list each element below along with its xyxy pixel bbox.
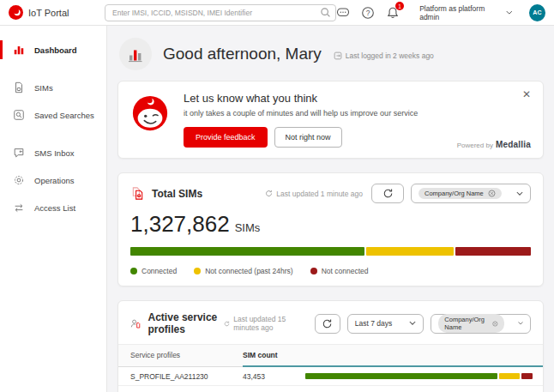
sidebar-item-label: SMS Inbox <box>34 148 74 158</box>
sidebar-item-operations[interactable]: Operations <box>0 166 106 194</box>
medallia-logo: Medallia <box>496 140 531 149</box>
refresh-button[interactable] <box>371 184 404 203</box>
chevron-down-icon <box>409 321 416 326</box>
search-icon[interactable] <box>320 6 331 21</box>
avatar[interactable]: AC <box>529 4 545 21</box>
notifications-bell-icon[interactable]: 1 <box>386 5 400 20</box>
chevron-down-icon <box>516 191 523 196</box>
filter-chip[interactable]: Company/Org Name <box>438 314 504 333</box>
filter-chip[interactable]: Company/Org Name <box>419 188 502 199</box>
total-sims-count: 1,327,862SIMs <box>130 211 531 238</box>
refresh-small-icon <box>224 320 230 328</box>
refresh-icon <box>382 188 394 199</box>
profiles-icon <box>130 317 142 331</box>
last-login: Last logged in 2 weeks ago <box>334 51 434 60</box>
legend: Connected Not connected (past 24hrs) Not… <box>130 267 531 275</box>
sidebar-item-label: Saved Searches <box>34 111 94 120</box>
help-icon[interactable]: ? <box>361 5 375 20</box>
sim-card-icon <box>12 81 26 94</box>
global-search <box>105 3 336 21</box>
top-bar: IoT Portal ? <box>0 0 554 26</box>
not-right-now-button[interactable]: Not right now <box>274 127 342 148</box>
table-row[interactable]: S_PROFILE_AA211230 43,453 <box>118 367 543 386</box>
feedback-subtitle: it only takes a couple of minutes and wi… <box>184 109 418 118</box>
mascot-icon <box>130 93 170 148</box>
sidebar-item-label: Access List <box>34 203 75 213</box>
page-title: Good afternoon, Mary <box>163 45 322 63</box>
refresh-small-icon <box>265 190 273 197</box>
sidebar-item-sms-inbox[interactable]: SMS Inbox <box>0 139 106 166</box>
brand: IoT Portal <box>9 5 98 20</box>
provide-feedback-button[interactable]: Provide feedback <box>184 127 268 148</box>
legend-item-not-connected: Not connected <box>310 267 369 275</box>
search-input[interactable] <box>105 4 336 21</box>
card-title: Total SIMs <box>152 188 202 200</box>
legend-dot <box>130 268 137 274</box>
sidebar: Dashboard SIMs Saved Searches SMS Inbox … <box>0 26 107 392</box>
column-service-profiles[interactable]: Service profiles <box>118 345 243 367</box>
close-icon[interactable]: ✕ <box>519 87 534 102</box>
last-updated: Last updated 15 minutes ago <box>224 315 305 332</box>
active-service-profiles-card: Active service profiles Last updated 15 … <box>117 300 544 392</box>
refresh-button[interactable] <box>315 314 340 334</box>
svg-text:?: ? <box>366 9 370 17</box>
role-switcher[interactable]: Platform as platform admin <box>419 4 513 21</box>
company-filter-dropdown[interactable]: Company/Org Name <box>431 314 531 334</box>
feedback-banner: Let us know what you think it only takes… <box>117 81 544 159</box>
profile-name: S_PROFILE_AA211230 <box>118 372 243 381</box>
legend-dot <box>310 268 317 274</box>
powered-by: Powered byMedallia <box>457 140 531 149</box>
main-content: Good afternoon, Mary Last logged in 2 we… <box>107 26 554 392</box>
chip-remove-icon[interactable] <box>488 190 496 197</box>
greeting-chart-icon <box>119 38 152 70</box>
bar-chart-icon <box>12 43 26 57</box>
sidebar-item-label: SIMs <box>34 83 53 93</box>
sim-stack-icon <box>130 186 145 201</box>
legend-item-connected: Connected <box>130 267 177 275</box>
sidebar-item-dashboard[interactable]: Dashboard <box>0 36 106 63</box>
legend-dot <box>194 268 201 274</box>
feedback-title: Let us know what you think <box>184 92 418 105</box>
sidebar-item-access-list[interactable]: Access List <box>0 194 106 221</box>
sidebar-item-saved-searches[interactable]: Saved Searches <box>0 101 106 129</box>
chat-icon[interactable] <box>336 5 350 20</box>
chevron-down-icon <box>518 321 523 326</box>
refresh-icon <box>322 318 333 329</box>
sidebar-item-label: Operations <box>34 176 74 185</box>
period-value: Last 7 days <box>355 319 392 328</box>
total-sims-card: Total SIMs Last updated 1 minute ago Com… <box>117 172 544 286</box>
legend-item-not-connected-24h: Not connected (past 24hrs) <box>194 267 293 275</box>
chevron-down-icon <box>506 10 513 15</box>
saved-search-icon <box>12 108 26 122</box>
sim-count: 43,453 <box>243 372 305 381</box>
table-header: Service profiles SIM count <box>118 344 543 367</box>
notification-badge: 1 <box>395 2 404 10</box>
profile-stacked-bar <box>305 373 533 379</box>
chip-remove-icon[interactable] <box>492 320 498 328</box>
vodafone-logo-icon <box>9 5 23 20</box>
role-label: Platform as platform admin <box>419 4 502 21</box>
greeting: Good afternoon, Mary Last logged in 2 we… <box>119 38 544 70</box>
transfer-arrows-icon <box>12 201 26 214</box>
table-row[interactable]: S_PROFILE_AA211231 36,785 <box>118 386 543 392</box>
app-title: IoT Portal <box>28 8 69 18</box>
connectivity-stacked-bar <box>130 247 531 256</box>
card-title: Active service profiles <box>148 311 225 335</box>
sidebar-item-label: Dashboard <box>34 45 77 55</box>
column-sim-count[interactable]: SIM count <box>243 345 543 367</box>
last-updated: Last updated 1 minute ago <box>265 190 363 198</box>
last-login-icon <box>334 51 342 60</box>
period-dropdown[interactable]: Last 7 days <box>347 314 425 334</box>
sms-bubble-icon <box>12 146 26 160</box>
gear-icon <box>12 173 26 187</box>
company-filter-dropdown[interactable]: Company/Org Name <box>411 184 531 203</box>
sidebar-item-sims[interactable]: SIMs <box>0 74 106 101</box>
